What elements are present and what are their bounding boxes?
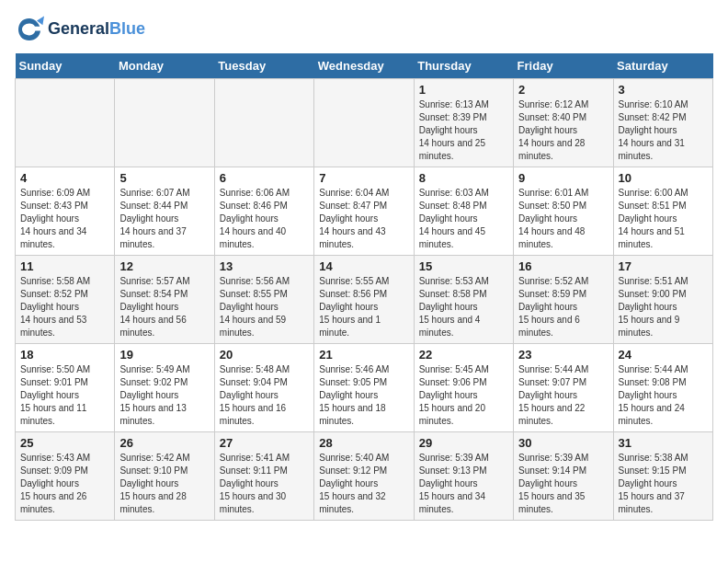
day-number: 18: [20, 348, 109, 362]
day-number: 15: [419, 259, 508, 273]
calendar-cell: 30 Sunrise: 5:39 AM Sunset: 9:14 PM Dayl…: [514, 432, 613, 521]
day-info: Sunrise: 5:42 AM Sunset: 9:10 PM Dayligh…: [119, 452, 209, 516]
calendar-cell: [314, 79, 414, 167]
day-info: Sunrise: 5:48 AM Sunset: 9:04 PM Dayligh…: [220, 363, 309, 428]
calendar-cell: 2 Sunrise: 6:12 AM Sunset: 8:40 PM Dayli…: [514, 79, 613, 167]
day-info: Sunrise: 6:03 AM Sunset: 8:48 PM Dayligh…: [419, 187, 508, 251]
day-info: Sunrise: 5:49 AM Sunset: 9:02 PM Dayligh…: [119, 363, 209, 428]
day-info: Sunrise: 5:40 AM Sunset: 9:12 PM Dayligh…: [319, 452, 408, 516]
calendar-cell: 19 Sunrise: 5:49 AM Sunset: 9:02 PM Dayl…: [115, 344, 214, 432]
day-number: 2: [518, 83, 608, 97]
day-info: Sunrise: 5:45 AM Sunset: 9:06 PM Dayligh…: [419, 363, 508, 428]
day-info: Sunrise: 6:12 AM Sunset: 8:40 PM Dayligh…: [518, 98, 608, 163]
calendar-cell: [115, 79, 214, 167]
calendar-cell: 23 Sunrise: 5:44 AM Sunset: 9:07 PM Dayl…: [514, 344, 613, 432]
calendar-cell: 13 Sunrise: 5:56 AM Sunset: 8:55 PM Dayl…: [214, 256, 313, 344]
day-info: Sunrise: 5:43 AM Sunset: 9:09 PM Dayligh…: [20, 452, 109, 516]
day-info: Sunrise: 6:07 AM Sunset: 8:44 PM Dayligh…: [119, 187, 209, 251]
day-number: 4: [20, 171, 109, 185]
calendar-week-row: 25 Sunrise: 5:43 AM Sunset: 9:09 PM Dayl…: [16, 432, 713, 521]
day-number: 16: [518, 259, 608, 273]
calendar-cell: 24 Sunrise: 5:44 AM Sunset: 9:08 PM Dayl…: [613, 344, 712, 432]
weekday-header-friday: Friday: [514, 53, 613, 79]
weekday-header-thursday: Thursday: [414, 53, 513, 79]
calendar-cell: 18 Sunrise: 5:50 AM Sunset: 9:01 PM Dayl…: [16, 344, 115, 432]
day-number: 29: [419, 436, 508, 450]
day-info: Sunrise: 6:10 AM Sunset: 8:42 PM Dayligh…: [619, 98, 708, 163]
calendar-cell: 17 Sunrise: 5:51 AM Sunset: 9:00 PM Dayl…: [613, 256, 712, 344]
day-info: Sunrise: 5:55 AM Sunset: 8:56 PM Dayligh…: [319, 275, 408, 339]
weekday-header-row: SundayMondayTuesdayWednesdayThursdayFrid…: [16, 53, 713, 79]
calendar-cell: 28 Sunrise: 5:40 AM Sunset: 9:12 PM Dayl…: [314, 432, 414, 521]
day-info: Sunrise: 5:44 AM Sunset: 9:08 PM Dayligh…: [619, 363, 708, 428]
weekday-header-monday: Monday: [115, 53, 214, 79]
calendar-cell: 3 Sunrise: 6:10 AM Sunset: 8:42 PM Dayli…: [613, 79, 712, 167]
calendar-cell: 21 Sunrise: 5:46 AM Sunset: 9:05 PM Dayl…: [314, 344, 414, 432]
calendar-cell: 7 Sunrise: 6:04 AM Sunset: 8:47 PM Dayli…: [314, 167, 414, 256]
day-number: 10: [619, 171, 708, 185]
day-number: 26: [119, 436, 209, 450]
day-info: Sunrise: 6:00 AM Sunset: 8:51 PM Dayligh…: [619, 187, 708, 251]
day-number: 13: [220, 259, 309, 273]
calendar-cell: [214, 79, 313, 167]
logo: GeneralBlue: [15, 15, 145, 44]
logo-icon: [15, 15, 44, 44]
day-number: 31: [619, 436, 708, 450]
day-info: Sunrise: 5:58 AM Sunset: 8:52 PM Dayligh…: [20, 275, 109, 339]
weekday-header-tuesday: Tuesday: [214, 53, 313, 79]
day-number: 20: [220, 348, 309, 362]
day-info: Sunrise: 5:39 AM Sunset: 9:14 PM Dayligh…: [518, 452, 608, 516]
calendar-cell: 16 Sunrise: 5:52 AM Sunset: 8:59 PM Dayl…: [514, 256, 613, 344]
calendar-cell: 27 Sunrise: 5:41 AM Sunset: 9:11 PM Dayl…: [214, 432, 313, 521]
day-number: 7: [319, 171, 408, 185]
day-info: Sunrise: 6:13 AM Sunset: 8:39 PM Dayligh…: [419, 98, 508, 163]
day-number: 23: [518, 348, 608, 362]
day-info: Sunrise: 5:56 AM Sunset: 8:55 PM Dayligh…: [220, 275, 309, 339]
calendar-cell: [16, 79, 115, 167]
calendar-cell: 9 Sunrise: 6:01 AM Sunset: 8:50 PM Dayli…: [514, 167, 613, 256]
day-number: 22: [419, 348, 508, 362]
day-number: 11: [20, 259, 109, 273]
calendar-cell: 20 Sunrise: 5:48 AM Sunset: 9:04 PM Dayl…: [214, 344, 313, 432]
weekday-header-wednesday: Wednesday: [314, 53, 414, 79]
day-info: Sunrise: 5:53 AM Sunset: 8:58 PM Dayligh…: [419, 275, 508, 339]
day-info: Sunrise: 5:51 AM Sunset: 9:00 PM Dayligh…: [619, 275, 708, 339]
calendar-week-row: 1 Sunrise: 6:13 AM Sunset: 8:39 PM Dayli…: [16, 79, 713, 167]
day-number: 14: [319, 259, 408, 273]
calendar-cell: 11 Sunrise: 5:58 AM Sunset: 8:52 PM Dayl…: [16, 256, 115, 344]
calendar-cell: 5 Sunrise: 6:07 AM Sunset: 8:44 PM Dayli…: [115, 167, 214, 256]
day-info: Sunrise: 5:50 AM Sunset: 9:01 PM Dayligh…: [20, 363, 109, 428]
day-number: 24: [619, 348, 708, 362]
day-number: 12: [119, 259, 209, 273]
day-info: Sunrise: 5:44 AM Sunset: 9:07 PM Dayligh…: [518, 363, 608, 428]
day-info: Sunrise: 6:04 AM Sunset: 8:47 PM Dayligh…: [319, 187, 408, 251]
day-number: 30: [518, 436, 608, 450]
day-info: Sunrise: 6:06 AM Sunset: 8:46 PM Dayligh…: [220, 187, 309, 251]
calendar-cell: 31 Sunrise: 5:38 AM Sunset: 9:15 PM Dayl…: [613, 432, 712, 521]
day-number: 19: [119, 348, 209, 362]
day-info: Sunrise: 5:46 AM Sunset: 9:05 PM Dayligh…: [319, 363, 408, 428]
day-number: 27: [220, 436, 309, 450]
calendar-week-row: 11 Sunrise: 5:58 AM Sunset: 8:52 PM Dayl…: [16, 256, 713, 344]
page-header: GeneralBlue: [15, 15, 713, 44]
calendar-week-row: 18 Sunrise: 5:50 AM Sunset: 9:01 PM Dayl…: [16, 344, 713, 432]
day-number: 8: [419, 171, 508, 185]
day-number: 21: [319, 348, 408, 362]
calendar-cell: 22 Sunrise: 5:45 AM Sunset: 9:06 PM Dayl…: [414, 344, 513, 432]
day-info: Sunrise: 5:38 AM Sunset: 9:15 PM Dayligh…: [619, 452, 708, 516]
calendar-cell: 25 Sunrise: 5:43 AM Sunset: 9:09 PM Dayl…: [16, 432, 115, 521]
day-number: 28: [319, 436, 408, 450]
calendar-cell: 12 Sunrise: 5:57 AM Sunset: 8:54 PM Dayl…: [115, 256, 214, 344]
day-number: 1: [419, 83, 508, 97]
calendar-cell: 14 Sunrise: 5:55 AM Sunset: 8:56 PM Dayl…: [314, 256, 414, 344]
calendar-cell: 6 Sunrise: 6:06 AM Sunset: 8:46 PM Dayli…: [214, 167, 313, 256]
day-info: Sunrise: 5:39 AM Sunset: 9:13 PM Dayligh…: [419, 452, 508, 516]
day-info: Sunrise: 5:57 AM Sunset: 8:54 PM Dayligh…: [119, 275, 209, 339]
calendar-cell: 10 Sunrise: 6:00 AM Sunset: 8:51 PM Dayl…: [613, 167, 712, 256]
calendar-cell: 8 Sunrise: 6:03 AM Sunset: 8:48 PM Dayli…: [414, 167, 513, 256]
calendar-cell: 4 Sunrise: 6:09 AM Sunset: 8:43 PM Dayli…: [16, 167, 115, 256]
day-info: Sunrise: 5:41 AM Sunset: 9:11 PM Dayligh…: [220, 452, 309, 516]
calendar-cell: 15 Sunrise: 5:53 AM Sunset: 8:58 PM Dayl…: [414, 256, 513, 344]
day-number: 6: [220, 171, 309, 185]
day-number: 5: [119, 171, 209, 185]
